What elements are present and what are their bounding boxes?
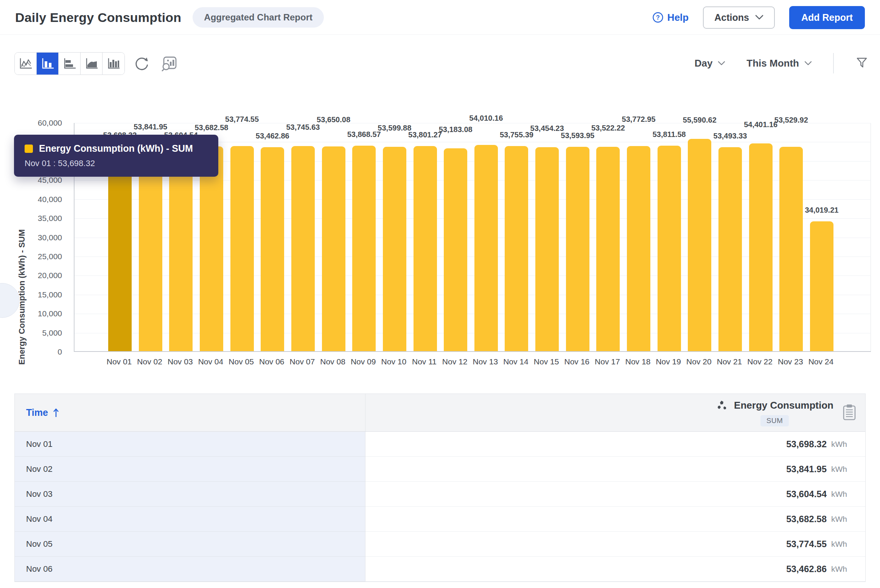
value-unit: kWh <box>831 465 847 474</box>
bar-nov-01[interactable] <box>108 146 132 351</box>
value-number: 53,841.95 <box>786 464 827 474</box>
daily-energy-consumption-page: Daily Energy Consumption Aggregated Char… <box>0 0 880 588</box>
chart-type-area-button[interactable] <box>81 53 103 75</box>
value-number: 53,698.32 <box>786 439 827 450</box>
x-tick-label: Nov 14 <box>503 357 529 366</box>
y-tick-label: 15,000 <box>38 290 62 299</box>
value-unit: kWh <box>831 490 847 499</box>
bar-nov-07[interactable] <box>291 146 315 351</box>
bar-nov-10[interactable] <box>383 147 406 351</box>
bar-nov-17[interactable] <box>596 147 620 351</box>
chevron-down-icon <box>755 15 763 20</box>
bar-value-label: 54,401.16 <box>744 120 777 129</box>
actions-button[interactable]: Actions <box>703 6 775 29</box>
bar-nov-12[interactable] <box>444 148 467 351</box>
table-row: Nov 0453,682.58kWh <box>15 507 865 532</box>
bar-nov-22[interactable] <box>749 143 773 351</box>
chart-type-bar-button[interactable] <box>37 53 59 75</box>
clustered-column-chart-icon <box>107 58 120 70</box>
bar-nov-14[interactable] <box>505 146 528 351</box>
toolbar-divider <box>833 53 834 73</box>
bar-nov-08[interactable] <box>322 146 345 351</box>
y-tick-label: 25,000 <box>38 252 62 261</box>
x-tick-label: Nov 23 <box>778 357 803 366</box>
bar-value-label: 53,772.95 <box>622 115 656 124</box>
value-cell: 53,841.95kWh <box>365 457 865 482</box>
series-color-swatch <box>25 145 33 153</box>
table-row: Nov 0553,774.55kWh <box>15 532 865 557</box>
help-label: Help <box>667 12 689 23</box>
chart-type-clustered-column-button[interactable] <box>103 53 124 75</box>
time-cell: Nov 03 <box>15 482 365 507</box>
bar-nov-06[interactable] <box>261 147 284 351</box>
time-cell: Nov 05 <box>15 532 365 557</box>
granularity-dropdown[interactable]: Day <box>695 58 726 69</box>
bar-nov-20[interactable] <box>688 139 711 351</box>
x-tick-label: Nov 02 <box>137 357 162 366</box>
table-row: Nov 0253,841.95kWh <box>15 457 865 482</box>
bar-nov-04[interactable] <box>200 146 223 351</box>
bar-nov-11[interactable] <box>414 146 437 351</box>
horizontal-bar-chart-icon <box>63 58 76 70</box>
time-cell: Nov 02 <box>15 457 365 482</box>
bar-value-label: 55,590.62 <box>683 116 717 124</box>
chart-type-line-button[interactable] <box>15 53 37 75</box>
bar-value-label: 34,019.21 <box>805 206 838 215</box>
chart-type-switcher <box>14 52 125 75</box>
clipboard-icon[interactable] <box>842 404 857 423</box>
bar-nov-05[interactable] <box>230 146 254 351</box>
x-tick-label: Nov 08 <box>320 357 345 366</box>
x-tick-label: Nov 06 <box>259 357 285 366</box>
bar-nov-16[interactable] <box>566 147 589 351</box>
y-tick-label: 10,000 <box>38 309 62 318</box>
filter-funnel-icon <box>855 56 869 70</box>
area-chart-icon <box>85 58 98 70</box>
time-column-header[interactable]: Time <box>15 394 365 431</box>
bar-nov-18[interactable] <box>627 146 650 351</box>
chart-toolbar: Day This Month <box>0 52 880 76</box>
bar-nov-23[interactable] <box>779 147 803 351</box>
x-tick-label: Nov 16 <box>564 357 589 366</box>
energy-consumption-column-header: Energy Consumption SUM <box>365 394 865 431</box>
bar-nov-19[interactable] <box>658 146 681 351</box>
help-button[interactable]: ? Help <box>652 12 689 23</box>
x-tick-label: Nov 03 <box>168 357 193 366</box>
tooltip-series-label: Energy Consumption (kWh) - SUM <box>39 143 193 154</box>
bar-chart-icon <box>41 58 54 70</box>
x-tick-label: Nov 09 <box>351 357 376 366</box>
filter-button[interactable] <box>855 56 869 70</box>
actions-label: Actions <box>714 12 749 23</box>
value-unit: kWh <box>831 565 847 574</box>
value-cell: 53,682.58kWh <box>365 507 865 532</box>
value-number: 53,774.55 <box>786 539 827 549</box>
period-value: This Month <box>746 58 799 69</box>
y-tick-label: 40,000 <box>38 195 62 204</box>
table-row: Nov 0153,698.32kWh <box>15 432 865 457</box>
time-header-label: Time <box>26 407 48 418</box>
bar-nov-15[interactable] <box>535 147 559 351</box>
bar-nov-03[interactable] <box>169 147 193 352</box>
page-header: Daily Energy Consumption Aggregated Char… <box>0 0 880 35</box>
y-tick-label: 60,000 <box>38 118 62 128</box>
bar-nov-24[interactable] <box>810 221 833 351</box>
x-tick-label: Nov 19 <box>656 357 681 366</box>
bar-value-label: 53,650.08 <box>317 115 350 124</box>
bar-value-label: 53,529.92 <box>774 116 808 124</box>
refresh-button[interactable] <box>133 55 151 72</box>
y-tick-label: 0 <box>58 347 62 356</box>
view-underlying-data-button[interactable] <box>160 55 178 72</box>
report-type-badge: Aggregated Chart Report <box>193 7 324 28</box>
x-tick-label: Nov 20 <box>686 357 712 366</box>
x-tick-label: Nov 21 <box>717 357 742 366</box>
chart-type-horizontal-bar-button[interactable] <box>59 53 81 75</box>
bar-nov-09[interactable] <box>352 146 376 351</box>
bar-nov-21[interactable] <box>718 147 742 351</box>
x-tick-label: Nov 05 <box>229 357 254 366</box>
bar-value-label: 53,454.23 <box>530 124 564 133</box>
period-dropdown[interactable]: This Month <box>746 58 812 69</box>
add-report-button[interactable]: Add Report <box>789 6 865 29</box>
data-table: Time Energy Consumption SUM <box>14 394 866 582</box>
value-number: 53,604.54 <box>786 489 827 499</box>
x-tick-label: Nov 24 <box>808 357 834 366</box>
bar-nov-13[interactable] <box>474 145 498 351</box>
